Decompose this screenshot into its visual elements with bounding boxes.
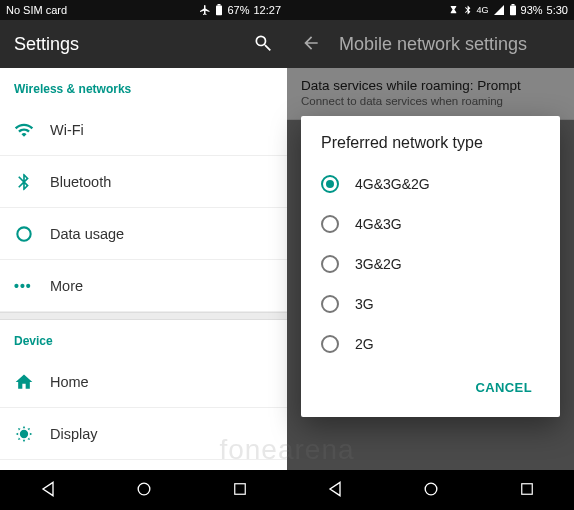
radio-circle-icon bbox=[321, 255, 339, 273]
battery-icon bbox=[509, 4, 517, 16]
page-title: Settings bbox=[14, 34, 79, 55]
nav-home-icon[interactable] bbox=[421, 479, 441, 502]
svg-rect-1 bbox=[218, 4, 221, 6]
row-more[interactable]: ••• More bbox=[0, 260, 287, 312]
search-icon[interactable] bbox=[253, 33, 273, 56]
row-display[interactable]: Display bbox=[0, 408, 287, 460]
nav-home-icon[interactable] bbox=[134, 479, 154, 502]
svg-rect-0 bbox=[216, 6, 222, 16]
radio-option[interactable]: 2G bbox=[321, 324, 540, 364]
radio-option[interactable]: 3G bbox=[321, 284, 540, 324]
row-bluetooth[interactable]: Bluetooth bbox=[0, 156, 287, 208]
app-bar-left: Settings bbox=[0, 20, 287, 68]
nav-back-icon[interactable] bbox=[38, 479, 58, 502]
radio-label: 2G bbox=[355, 336, 374, 352]
airplane-icon bbox=[199, 4, 211, 16]
radio-circle-icon bbox=[321, 175, 339, 193]
svg-rect-10 bbox=[522, 483, 533, 494]
data-usage-icon bbox=[14, 224, 50, 244]
bluetooth-icon bbox=[463, 4, 473, 16]
radio-label: 3G&2G bbox=[355, 256, 402, 272]
svg-point-2 bbox=[17, 227, 30, 240]
clock-text: 5:30 bbox=[547, 4, 568, 16]
radio-label: 4G&3G&2G bbox=[355, 176, 430, 192]
network-text: 4G bbox=[477, 5, 489, 15]
row-wifi[interactable]: Wi-Fi bbox=[0, 104, 287, 156]
radio-option[interactable]: 4G&3G bbox=[321, 204, 540, 244]
row-label: Wi-Fi bbox=[50, 122, 84, 138]
nav-bar-left bbox=[0, 470, 287, 510]
status-bar-right: 4G 93% 5:30 bbox=[287, 0, 574, 20]
section-header-wireless: Wireless & networks bbox=[0, 68, 287, 104]
svg-rect-6 bbox=[235, 483, 246, 494]
svg-rect-7 bbox=[510, 6, 516, 16]
dialog-preferred-network: Preferred network type 4G&3G&2G 4G&3G 3G… bbox=[301, 116, 560, 417]
svg-point-5 bbox=[139, 483, 151, 495]
left-screen: No SIM card 67% 12:27 Settings Wireless … bbox=[0, 0, 287, 510]
right-screen: 4G 93% 5:30 Mobile network settings Data… bbox=[287, 0, 574, 510]
signal-icon bbox=[493, 4, 505, 16]
battery-text: 93% bbox=[521, 4, 543, 16]
back-icon[interactable] bbox=[301, 33, 321, 56]
nav-back-icon[interactable] bbox=[325, 479, 345, 502]
radio-label: 4G&3G bbox=[355, 216, 402, 232]
radio-circle-icon bbox=[321, 215, 339, 233]
radio-option[interactable]: 3G&2G bbox=[321, 244, 540, 284]
carrier-text: No SIM card bbox=[6, 4, 67, 16]
app-bar-right: Mobile network settings bbox=[287, 20, 574, 68]
timer-icon bbox=[448, 5, 459, 16]
radio-circle-icon bbox=[321, 335, 339, 353]
clock-text: 12:27 bbox=[253, 4, 281, 16]
display-icon bbox=[14, 424, 50, 444]
row-label: Bluetooth bbox=[50, 174, 111, 190]
row-label: Home bbox=[50, 374, 89, 390]
row-label: More bbox=[50, 278, 83, 294]
status-bar-left: No SIM card 67% 12:27 bbox=[0, 0, 287, 20]
wifi-icon bbox=[14, 120, 50, 140]
radio-label: 3G bbox=[355, 296, 374, 312]
nav-bar-right bbox=[287, 470, 574, 510]
section-header-device: Device bbox=[0, 320, 287, 356]
svg-rect-8 bbox=[511, 4, 514, 6]
radio-option[interactable]: 4G&3G&2G bbox=[321, 164, 540, 204]
nav-recent-icon[interactable] bbox=[518, 480, 536, 501]
section-divider bbox=[0, 312, 287, 320]
radio-circle-icon bbox=[321, 295, 339, 313]
dialog-title: Preferred network type bbox=[321, 134, 540, 152]
battery-icon bbox=[215, 4, 223, 16]
more-icon: ••• bbox=[14, 278, 50, 294]
svg-point-9 bbox=[426, 483, 438, 495]
home-icon bbox=[14, 372, 50, 392]
row-label: Data usage bbox=[50, 226, 124, 242]
cancel-button[interactable]: CANCEL bbox=[467, 372, 540, 403]
row-home[interactable]: Home bbox=[0, 356, 287, 408]
battery-text: 67% bbox=[227, 4, 249, 16]
row-data-usage[interactable]: Data usage bbox=[0, 208, 287, 260]
page-title: Mobile network settings bbox=[339, 34, 527, 55]
row-label: Display bbox=[50, 426, 98, 442]
bluetooth-icon bbox=[14, 172, 50, 192]
nav-recent-icon[interactable] bbox=[231, 480, 249, 501]
